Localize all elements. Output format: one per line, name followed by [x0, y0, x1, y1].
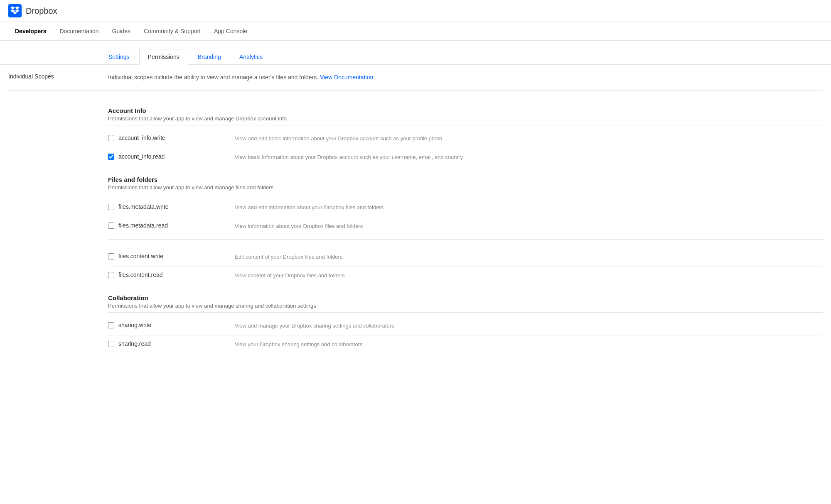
page-content: Individual Scopes Individual scopes incl… [0, 65, 831, 362]
permission-desc-account-info-read: View basic information about your Dropbo… [235, 153, 823, 161]
section-collaboration-items: sharing.write View and manage your Dropb… [108, 313, 823, 353]
permission-sharing-write: sharing.write View and manage your Dropb… [108, 317, 823, 335]
tab-analytics[interactable]: Analytics [231, 49, 271, 64]
nav-item-guides[interactable]: Guides [106, 22, 137, 40]
nav-item-app-console[interactable]: App Console [207, 22, 254, 40]
nav-item-developers[interactable]: Developers [8, 22, 53, 40]
permission-desc-files-content-read: View content of your Dropbox files and f… [235, 272, 823, 280]
checkbox-sharing-read[interactable] [108, 341, 114, 347]
individual-scopes-section: Individual Scopes Individual scopes incl… [8, 65, 823, 91]
permissions-right-content: Account Info Permissions that allow your… [108, 99, 823, 353]
checkbox-account-info-read[interactable] [108, 154, 114, 160]
permission-name-files-content-read: files.content.read [118, 272, 235, 278]
permission-sharing-read: sharing.read View your Dropbox sharing s… [108, 335, 823, 354]
permission-name-files-metadata-write: files.metadata.write [118, 203, 235, 210]
individual-scopes-content: Individual scopes include the ability to… [108, 73, 823, 82]
checkbox-files-metadata-read[interactable] [108, 223, 114, 229]
section-files-folders-desc: Permissions that allow your app to view … [108, 184, 823, 191]
section-collaboration-title: Collaboration [108, 294, 823, 301]
permission-desc-sharing-write: View and manage your Dropbox sharing set… [235, 322, 823, 330]
section-account-info-title: Account Info [108, 107, 823, 114]
section-collaboration: Collaboration Permissions that allow you… [108, 294, 823, 353]
permissions-left-spacer [8, 99, 108, 353]
checkbox-files-metadata-write[interactable] [108, 204, 114, 210]
section-collaboration-desc: Permissions that allow your app to view … [108, 303, 823, 309]
main-nav: Developers Documentation Guides Communit… [0, 22, 831, 41]
section-files-folders: Files and folders Permissions that allow… [108, 176, 823, 235]
logo-area: Dropbox [8, 4, 57, 17]
permission-files-metadata-write: files.metadata.write View and edit infor… [108, 198, 823, 217]
nav-item-community[interactable]: Community & Support [137, 22, 207, 40]
permission-name-sharing-read: sharing.read [118, 340, 235, 347]
tab-branding[interactable]: Branding [189, 49, 230, 64]
nav-item-documentation[interactable]: Documentation [53, 22, 105, 40]
permission-name-account-info-read: account_info.read [118, 153, 235, 160]
top-bar: Dropbox [0, 0, 831, 22]
permission-desc-files-metadata-write: View and edit information about your Dro… [235, 203, 823, 212]
permission-name-sharing-write: sharing.write [118, 322, 235, 328]
section-files-folders-items: files.metadata.write View and edit infor… [108, 194, 823, 235]
section-account-info-desc: Permissions that allow your app to view … [108, 115, 823, 122]
section-account-info-items: account_info.write View and edit basic i… [108, 125, 823, 166]
permissions-content-area: Account Info Permissions that allow your… [8, 91, 823, 362]
tab-permissions[interactable]: Permissions [139, 49, 188, 65]
section-files-content: files.content.write Edit content of your… [108, 239, 823, 284]
individual-scopes-description: Individual scopes include the ability to… [108, 73, 823, 82]
checkbox-sharing-write[interactable] [108, 322, 114, 328]
section-account-info-header: Account Info Permissions that allow your… [108, 107, 823, 125]
section-files-folders-title: Files and folders [108, 176, 823, 183]
permission-desc-files-content-write: Edit content of your Dropbox files and f… [235, 253, 823, 261]
dropbox-logo-icon [8, 4, 22, 17]
permission-desc-files-metadata-read: View information about your Dropbox file… [235, 222, 823, 230]
permission-name-account-info-write: account_info.write [118, 135, 235, 141]
permission-files-content-read: files.content.read View content of your … [108, 267, 823, 285]
tab-settings[interactable]: Settings [100, 49, 138, 64]
permission-desc-sharing-read: View your Dropbox sharing settings and c… [235, 340, 823, 349]
section-files-content-items: files.content.write Edit content of your… [108, 244, 823, 284]
permission-account-info-read: account_info.read View basic information… [108, 148, 823, 166]
section-account-info: Account Info Permissions that allow your… [108, 107, 823, 166]
tabs-container: Settings Permissions Branding Analytics [0, 41, 831, 65]
view-documentation-link[interactable]: View Documentation [320, 74, 373, 81]
logo-text: Dropbox [26, 6, 57, 16]
section-files-folders-header: Files and folders Permissions that allow… [108, 176, 823, 194]
checkbox-files-content-write[interactable] [108, 253, 114, 259]
individual-scopes-label: Individual Scopes [8, 73, 108, 82]
checkbox-account-info-write[interactable] [108, 135, 114, 141]
permission-files-metadata-read: files.metadata.read View information abo… [108, 217, 823, 235]
section-collaboration-header: Collaboration Permissions that allow you… [108, 294, 823, 313]
checkbox-files-content-read[interactable] [108, 272, 114, 278]
permission-name-files-metadata-read: files.metadata.read [118, 222, 235, 229]
permission-desc-account-info-write: View and edit basic information about yo… [235, 135, 823, 143]
permission-files-content-write: files.content.write Edit content of your… [108, 248, 823, 267]
permission-account-info-write: account_info.write View and edit basic i… [108, 130, 823, 148]
permission-name-files-content-write: files.content.write [118, 253, 235, 259]
